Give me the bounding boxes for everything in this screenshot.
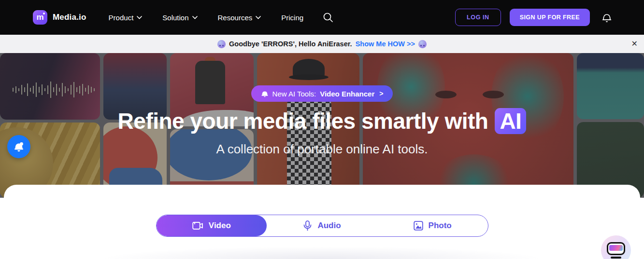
- nav-item-label: Pricing: [281, 14, 303, 22]
- search-button[interactable]: [323, 12, 333, 23]
- tab-label: Audio: [317, 221, 341, 231]
- tools-card: Video Audio Photo: [4, 185, 640, 259]
- video-camera-icon: [192, 221, 203, 230]
- chevron-down-icon: [137, 16, 142, 19]
- anieraser-emoji-icon: [418, 40, 427, 48]
- new-ai-tools-badge[interactable]: New AI Tools: Video Enhancer >: [251, 85, 393, 102]
- media-type-tabbar: Video Audio Photo: [156, 215, 488, 237]
- tab-label: Photo: [429, 221, 452, 231]
- promo-banner: Goodbye 'ERRORS', Hello AniEraser. Show …: [0, 35, 644, 53]
- close-icon[interactable]: ✕: [631, 40, 638, 48]
- brand-logo[interactable]: m Media.io: [33, 10, 86, 25]
- brand-name: Media.io: [53, 13, 86, 22]
- search-icon: [323, 12, 333, 23]
- badge-prefix: New AI Tools:: [272, 90, 316, 98]
- hero-subtitle: A collection of portable online AI tools…: [216, 142, 428, 157]
- chevron-down-icon: [192, 16, 198, 19]
- logo-dot: [43, 13, 45, 14]
- promo-message: Goodbye 'ERRORS', Hello AniEraser.: [229, 40, 352, 48]
- bell-icon: [261, 90, 269, 98]
- log-in-button[interactable]: LOG IN: [455, 9, 501, 26]
- tab-audio[interactable]: Audio: [267, 215, 377, 236]
- sign-up-button[interactable]: SIGN UP FOR FREE: [510, 9, 590, 26]
- nav-actions: LOG IN SIGN UP FOR FREE: [455, 9, 612, 26]
- nav-item-product[interactable]: Product: [109, 14, 143, 22]
- nav-menu: Product Solution Resources Pricing: [109, 14, 303, 22]
- tab-video[interactable]: Video: [157, 215, 267, 236]
- nav-item-resources[interactable]: Resources: [218, 14, 261, 22]
- nav-item-pricing[interactable]: Pricing: [281, 14, 303, 22]
- nav-item-label: Solution: [162, 14, 188, 22]
- logo-letter: m: [36, 13, 43, 21]
- nav-item-label: Product: [109, 14, 134, 22]
- nav-item-solution[interactable]: Solution: [162, 14, 197, 22]
- bell-alert-icon: [13, 141, 25, 153]
- media-io-logo-icon: m: [33, 10, 47, 25]
- chat-underline: [611, 257, 621, 259]
- chevron-down-icon: [256, 16, 261, 19]
- nav-item-label: Resources: [218, 14, 253, 22]
- notification-fab[interactable]: [7, 135, 30, 158]
- hero-title: Refine your media files smartly with AI: [118, 108, 527, 134]
- anieraser-emoji-icon: [217, 40, 226, 48]
- badge-arrow: >: [379, 90, 383, 97]
- hero-section: New AI Tools: Video Enhancer > Refine yo…: [0, 53, 644, 198]
- photo-icon: [414, 221, 423, 231]
- tab-photo[interactable]: Photo: [377, 215, 488, 236]
- show-me-how-link[interactable]: Show Me HOW >>: [356, 40, 415, 48]
- tab-label: Video: [209, 221, 231, 231]
- badge-highlight: Video Enhancer: [320, 90, 374, 98]
- bell-icon: [601, 12, 612, 23]
- hero-content: New AI Tools: Video Enhancer > Refine yo…: [0, 53, 644, 198]
- chat-bubble-icon: [607, 242, 625, 255]
- microphone-icon: [303, 220, 312, 231]
- top-navbar: m Media.io Product Solution Resources Pr…: [0, 0, 644, 35]
- hero-title-text: Refine your media files smartly with: [118, 108, 488, 134]
- notifications-button[interactable]: [601, 12, 612, 23]
- ai-highlight-chip: AI: [495, 108, 526, 134]
- chat-screen-gradient: [609, 245, 623, 251]
